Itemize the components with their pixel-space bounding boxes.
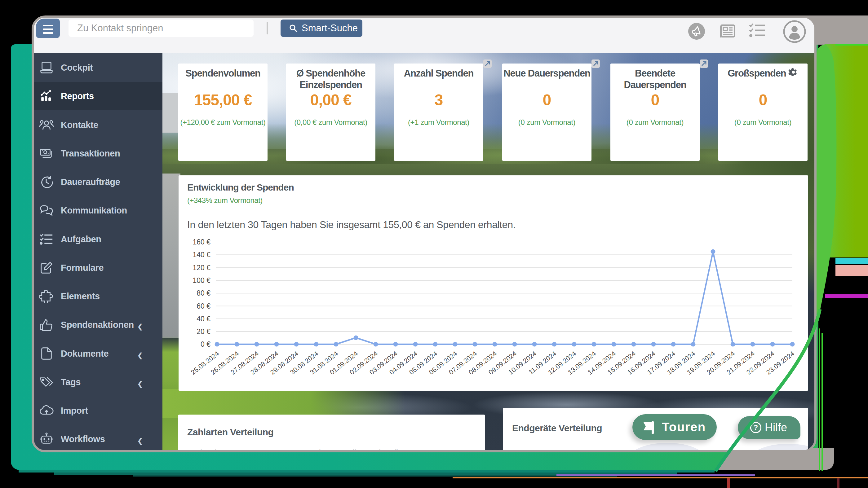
- svg-text:?: ?: [754, 424, 758, 432]
- svg-text:100 €: 100 €: [192, 276, 211, 285]
- svg-text:60 €: 60 €: [196, 302, 211, 310]
- svg-text:80 €: 80 €: [196, 289, 211, 297]
- svg-text:140 €: 140 €: [192, 251, 211, 259]
- svg-text:160 €: 160 €: [192, 238, 211, 246]
- svg-text:20 €: 20 €: [196, 327, 211, 335]
- svg-text:0 €: 0 €: [200, 340, 211, 348]
- svg-text:40 €: 40 €: [196, 315, 211, 323]
- svg-text:120 €: 120 €: [192, 264, 211, 272]
